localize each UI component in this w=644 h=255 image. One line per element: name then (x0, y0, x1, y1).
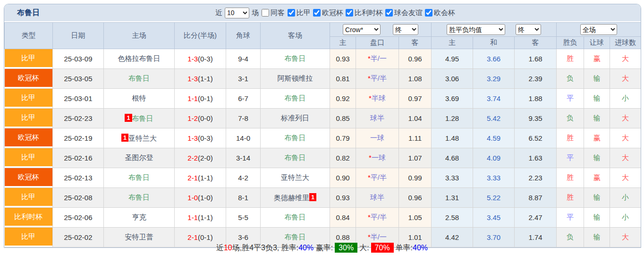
league-filter-checkbox[interactable] (288, 9, 295, 17)
result-handicap-cell: 输 (584, 188, 610, 208)
league-badge: 比利时杯 (5, 208, 53, 226)
home-team-cell: 色格拉布鲁日 (104, 49, 175, 69)
league-filter-checkbox[interactable] (313, 9, 321, 17)
league-filter-label: 比利时杯 (355, 8, 383, 17)
league-cell: 欧冠杯 (5, 69, 53, 89)
score-cell: 1-0(1-0) (175, 188, 226, 208)
league-filter-checkbox[interactable] (425, 9, 432, 17)
same-venue-checkbox[interactable] (262, 9, 269, 17)
result-goals-cell: 大 (610, 69, 641, 89)
league-badge: 欧冠杯 (5, 69, 53, 87)
odds-away-cell: 0.97 (399, 89, 432, 109)
away-team-name: 布鲁日 (285, 134, 306, 142)
date-cell: 25-02-08 (53, 188, 104, 208)
same-venue-label: 同客 (271, 8, 285, 17)
red-card-badge: 1 (125, 114, 132, 122)
odds-home-cell: 0.93 (330, 188, 356, 208)
home-team-cell: 布鲁日 (104, 168, 175, 188)
result-handicap-cell: 输 (584, 89, 610, 109)
league-filter-group: 比甲欧冠杯比利时杯球会友谊欧会杯 (287, 8, 455, 17)
home-team-cell: 根特 (104, 89, 175, 109)
date-cell: 25-03-09 (53, 49, 104, 69)
league-badge: 比甲 (5, 49, 53, 67)
scope-select[interactable]: 全场 (580, 24, 617, 35)
avg-state-select[interactable]: 终 (516, 24, 541, 35)
home-team-name: 布鲁日 (132, 114, 153, 122)
result-goals-cell: 小 (610, 208, 641, 228)
summary-goals-rate: 70% (371, 243, 394, 253)
home-team-name: 亨克 (132, 213, 146, 221)
sub-header-avg-home: 主 (432, 37, 473, 49)
away-team-name: 布鲁日 (285, 233, 306, 241)
odds-away-cell: 1.05 (399, 208, 432, 228)
match-row: 比甲 25-03-01 根特 1-1(0-1) 6-7 布鲁日 0.92 *半球… (5, 89, 641, 109)
table-body: 比甲 25-03-09 色格拉布鲁日 1-3(0-3) 9-4 布鲁日 0.93… (5, 49, 641, 247)
handicap-cell: *半球 (356, 89, 399, 109)
league-cell: 比甲 (5, 109, 53, 128)
score-cell: 1-3(1-1) (175, 69, 226, 89)
away-team-cell: 布鲁日 (261, 208, 330, 228)
summary-bar: 近10场,胜4平3负3, 胜率:40% 赢率:30%大:70%单率:40% (4, 242, 640, 254)
away-team-cell: 奥德赫维里1 (261, 188, 330, 208)
odds-away-cell: 0.99 (399, 168, 432, 188)
result-goals-cell: 大 (610, 49, 641, 69)
away-team-cell: 布鲁日 (261, 49, 330, 69)
handicap-cell: *平/半 (356, 168, 399, 188)
result-goals-cell: 小 (610, 89, 641, 109)
odds-away-cell: 1.04 (399, 109, 432, 128)
league-cell: 比甲 (5, 49, 53, 69)
odds-source-select[interactable]: Crow* (343, 24, 381, 35)
home-team-cell: 1亚特兰大 (104, 128, 175, 148)
avg-away-cell: 2.23 (515, 168, 557, 188)
score-cell: 1-1(0-1) (175, 89, 226, 109)
league-filter-checkbox[interactable] (346, 9, 353, 17)
odds-home-cell: 0.92 (330, 89, 356, 109)
match-row: 比利时杯 25-02-06 亨克 1-1(1-1) 5-5 布鲁日 0.84 *… (5, 208, 641, 228)
match-row: 比甲 25-02-23 1布鲁日 1-2(0-0) 7-8 标准列日 0.85 … (5, 109, 641, 128)
handicap-cell: *一球 (356, 148, 399, 168)
home-team-name: 布鲁日 (128, 173, 150, 181)
result-handicap-cell: 输 (584, 148, 610, 168)
odds-state-select[interactable]: 终 (393, 24, 418, 35)
red-card-badge: 1 (121, 134, 128, 142)
corners-cell: 6-7 (226, 89, 261, 109)
col-header-home: 主场 (104, 23, 175, 49)
odds-away-cell: 1.07 (399, 148, 432, 168)
league-badge: 比甲 (5, 89, 53, 107)
avg-home-cell: 3.33 (432, 168, 473, 188)
league-filter-label: 欧冠杯 (322, 8, 343, 17)
league-filter-checkbox[interactable] (385, 9, 393, 17)
result-goals-cell: 大 (610, 128, 641, 148)
match-row: 欧冠杯 25-03-05 布鲁日 1-3(1-1) 3-1 阿斯顿维拉 0.81… (5, 69, 641, 89)
avg-away-cell: 6.52 (515, 128, 557, 148)
odds-group-header: Crow* 终 (330, 23, 432, 37)
avg-home-cell: 3.69 (432, 89, 473, 109)
recent-count-select[interactable]: 10 (225, 8, 249, 18)
league-badge: 欧冠杯 (5, 168, 53, 186)
league-filter-label: 欧会杯 (434, 8, 455, 17)
topbar: 布鲁日 近 10 场 同客 比甲欧冠杯比利时杯球会友谊欧会杯 (4, 4, 641, 22)
date-cell: 25-02-19 (53, 128, 104, 148)
team-title: 布鲁日 (17, 8, 40, 18)
odds-home-cell: 0.85 (330, 109, 356, 128)
odds-home-cell: 0.79 (330, 128, 356, 148)
home-team-name: 布鲁日 (128, 74, 150, 82)
odds-home-cell: 0.84 (330, 208, 356, 228)
match-row: 比甲 25-02-08 布鲁日 1-0(1-0) 8-1 奥德赫维里1 0.93… (5, 188, 641, 208)
corners-cell: 8-1 (226, 188, 261, 208)
avg-away-cell: 1.68 (515, 49, 557, 69)
date-cell: 25-02-16 (53, 148, 104, 168)
away-team-name: 标准列日 (281, 114, 309, 122)
sub-header-result-wdl: 胜负 (557, 37, 584, 49)
sub-header-odds-away: 客 (399, 37, 432, 49)
handicap-cell: 球半 (356, 188, 399, 208)
avg-type-select[interactable]: 胜平负均值 (447, 24, 505, 35)
matches-table: 类型 日期 主场 比分(半场) 角球 客场 Crow* 终 胜平负均值 终 (4, 22, 641, 247)
handicap-cell: *平/半 (356, 69, 399, 89)
result-group-header: 全场 (557, 23, 641, 37)
corners-cell: 14-0 (226, 128, 261, 148)
avg-draw-cell: 5.22 (473, 188, 515, 208)
result-handicap-cell: 赢 (584, 49, 610, 69)
result-handicap-cell: 输 (584, 208, 610, 228)
same-venue-toggle: 同客 (261, 8, 285, 17)
